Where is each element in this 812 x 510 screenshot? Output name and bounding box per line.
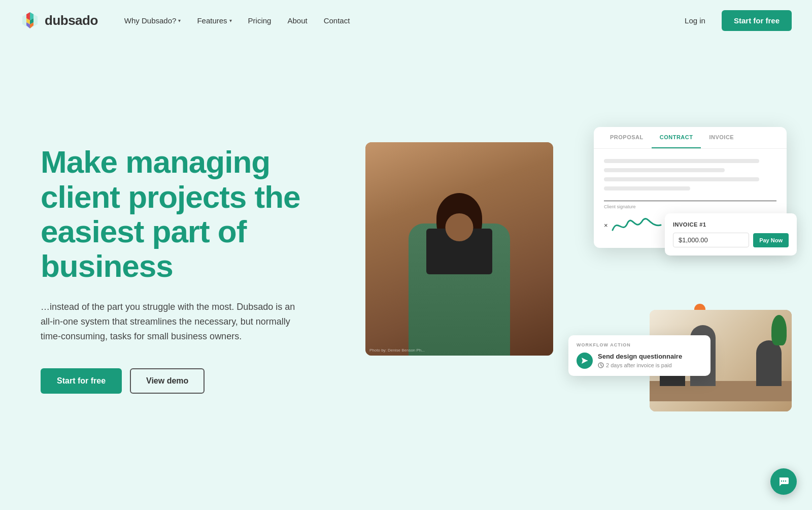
photo-caption: Photo by: Denise Benson Ph... (369, 348, 425, 353)
chevron-down-icon: ▾ (178, 18, 181, 23)
workflow-send-icon (577, 353, 593, 369)
hero-heading: Make managing client projects the easies… (41, 145, 335, 283)
signature-label: Client signature (604, 204, 776, 209)
nav-about[interactable]: About (281, 12, 313, 29)
card-tabs-header: PROPOSAL CONTRACT INVOICE (594, 127, 787, 149)
logo-icon (20, 11, 40, 30)
chevron-down-icon: ▾ (229, 18, 232, 23)
start-free-nav-button[interactable]: Start for free (722, 10, 792, 31)
svg-point-4 (785, 481, 786, 482)
photo-woman: Photo by: Denise Benson Ph... (365, 142, 553, 356)
contract-line-3 (604, 177, 759, 181)
view-demo-button[interactable]: View demo (130, 368, 205, 394)
svg-point-3 (783, 481, 784, 482)
workflow-text: Send design questionnaire 2 days after i… (598, 353, 702, 368)
logo-text: dubsado (45, 13, 98, 28)
tab-invoice[interactable]: INVOICE (701, 127, 742, 148)
start-free-hero-button[interactable]: Start for free (41, 368, 122, 394)
workflow-header: WORKFLOW ACTION (577, 342, 702, 347)
nav-right: Log in Start for free (676, 10, 792, 31)
tab-contract[interactable]: CONTRACT (652, 127, 701, 148)
nav-contact[interactable]: Contact (318, 12, 356, 29)
hero-subtext: …instead of the part you struggle with t… (41, 300, 304, 343)
nav-why-dubsado[interactable]: Why Dubsado? ▾ (118, 12, 187, 29)
workflow-card: WORKFLOW ACTION Send design questionnair… (568, 335, 710, 376)
workflow-action-subtitle: 2 days after invoice is paid (598, 362, 702, 368)
hero-section: Make managing client projects the easies… (0, 41, 812, 498)
logo-link[interactable]: dubsado (20, 11, 98, 30)
invoice-amount-row: $1,000.00 Pay Now (673, 233, 789, 247)
invoice-amount: $1,000.00 (673, 233, 749, 247)
chat-bubble-button[interactable] (770, 468, 797, 495)
nav-pricing[interactable]: Pricing (242, 12, 278, 29)
hero-buttons: Start for free View demo (41, 368, 335, 394)
svg-point-2 (781, 481, 782, 482)
contract-line-4 (604, 186, 690, 190)
chat-icon (777, 475, 790, 488)
invoice-card: INVOICE #1 $1,000.00 Pay Now (665, 213, 797, 256)
workflow-action-title: Send design questionnaire (598, 353, 702, 360)
clock-icon (598, 362, 604, 368)
nav-features[interactable]: Features ▾ (191, 12, 238, 29)
hero-illustration: Photo by: Denise Benson Ph... PROPOSAL C… (355, 112, 792, 427)
login-button[interactable]: Log in (676, 12, 714, 29)
contract-line-2 (604, 168, 725, 172)
tab-proposal[interactable]: PROPOSAL (602, 127, 652, 148)
hero-content: Make managing client projects the easies… (41, 145, 335, 393)
navbar: dubsado Why Dubsado? ▾ Features ▾ Pricin… (0, 0, 812, 41)
signature-x: × (604, 221, 608, 229)
pay-now-button[interactable]: Pay Now (753, 233, 789, 247)
workflow-action-row: Send design questionnaire 2 days after i… (577, 353, 702, 369)
invoice-title: INVOICE #1 (673, 221, 789, 228)
contract-line-1 (604, 159, 759, 163)
signature-svg (610, 212, 671, 238)
nav-links: Why Dubsado? ▾ Features ▾ Pricing About … (118, 12, 676, 29)
